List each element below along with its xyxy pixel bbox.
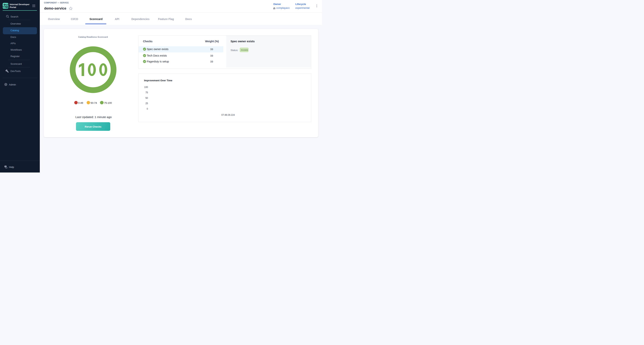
svg-text:?: ? (5, 166, 6, 167)
